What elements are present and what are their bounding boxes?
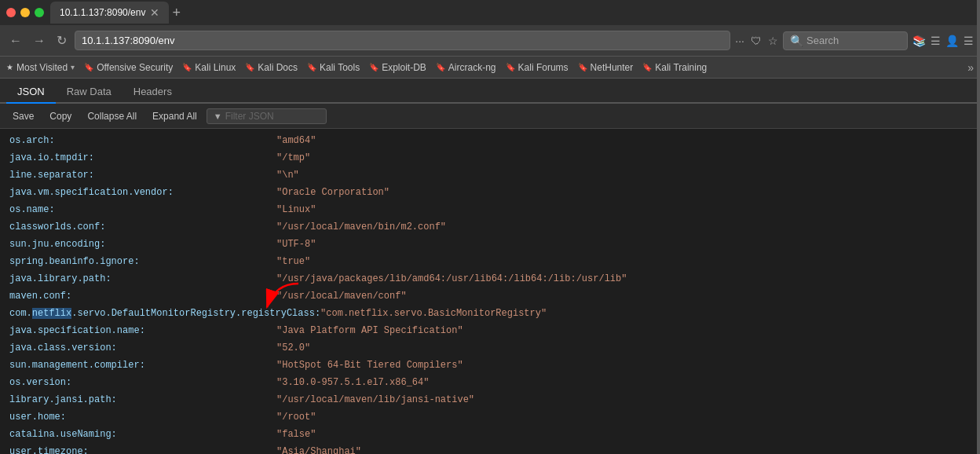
json-value: "/root" — [276, 410, 316, 424]
shield-icon[interactable]: 🛡 — [751, 35, 762, 47]
json-value: "/usr/java/packages/lib/amd64:/usr/lib64… — [276, 272, 627, 286]
table-row: os.version:"3.10.0-957.5.1.el7.x86_64" — [0, 374, 980, 391]
table-row: classworlds.conf:"/usr/local/maven/bin/m… — [0, 218, 980, 236]
bookmark-nethunter[interactable]: 🔖 NetHunter — [578, 62, 634, 73]
json-key: com.netflix.servo.DefaultMonitorRegistry… — [9, 306, 320, 320]
save-button[interactable]: Save — [6, 109, 40, 123]
json-key: user.home: — [9, 410, 276, 424]
json-viewer-tabs: JSON Raw Data Headers — [0, 79, 980, 104]
url-bar[interactable] — [75, 31, 730, 50]
bookmark-icon-9: 🔖 — [578, 63, 587, 71]
bookmark-label: Kali Training — [655, 62, 707, 73]
json-value: "\n" — [276, 168, 299, 182]
forward-button[interactable]: → — [30, 32, 49, 49]
bookmark-label: Kali Tools — [320, 62, 360, 73]
table-row: library.jansi.path:"/usr/local/maven/lib… — [0, 391, 980, 408]
minimize-button[interactable] — [20, 8, 30, 17]
star-bookmark-icon: ★ — [6, 63, 13, 71]
json-toolbar: Save Copy Collapse All Expand All ▼ — [0, 104, 980, 129]
table-row: line.separator:"\n" — [0, 167, 980, 184]
copy-button[interactable]: Copy — [43, 109, 78, 123]
tab-bar: 10.1.1.137:8090/env ✕ + — [50, 2, 974, 24]
table-row: maven.conf:"/usr/local/maven/conf" — [0, 287, 980, 305]
json-key: sun.management.compiler: — [9, 358, 276, 372]
table-row: os.name:"Linux" — [0, 201, 980, 218]
tab-raw-data[interactable]: Raw Data — [56, 81, 122, 104]
json-key: line.separator: — [9, 168, 276, 182]
json-value: "false" — [276, 427, 316, 441]
search-box: 🔍 — [783, 31, 908, 50]
profile-icon[interactable]: 👤 — [945, 35, 959, 47]
json-key: java.class.version: — [9, 341, 276, 355]
hamburger-icon[interactable]: ☰ — [964, 35, 974, 47]
json-value: "Asia/Shanghai" — [276, 445, 361, 454]
bookmark-label: NetHunter — [591, 62, 634, 73]
window-controls — [6, 8, 44, 17]
bookmarks-bar: ★ Most Visited ▾ 🔖 Offensive Security 🔖 … — [0, 57, 980, 79]
json-key: catalina.useNaming: — [9, 427, 276, 441]
filter-box: ▼ — [207, 108, 327, 124]
bookmark-icon-8: 🔖 — [506, 63, 515, 71]
maximize-button[interactable] — [35, 8, 44, 17]
json-value: "/usr/local/maven/conf" — [276, 289, 407, 303]
collapse-all-button[interactable]: Collapse All — [81, 109, 143, 123]
tab-json[interactable]: JSON — [6, 81, 56, 104]
table-row: com.netflix.servo.DefaultMonitorRegistry… — [0, 305, 980, 322]
json-key: os.name: — [9, 203, 276, 217]
bookmark-most-visited[interactable]: ★ Most Visited ▾ — [6, 62, 75, 73]
json-key: java.io.tmpdir: — [9, 151, 276, 165]
title-bar: 10.1.1.137:8090/env ✕ + — [0, 0, 980, 25]
json-key: os.version: — [9, 375, 276, 390]
bookmark-icon-6: 🔖 — [369, 63, 378, 71]
close-button[interactable] — [6, 8, 16, 17]
bookmark-label: Offensive Security — [97, 62, 173, 73]
bookmark-icon-3: 🔖 — [182, 63, 192, 71]
json-key: java.library.path: — [9, 272, 276, 286]
tab-label: 10.1.1.137:8090/env — [60, 7, 145, 18]
search-icon: 🔍 — [790, 35, 803, 47]
search-input[interactable] — [806, 35, 901, 46]
refresh-button[interactable]: ↻ — [53, 31, 70, 49]
sidebar-icon[interactable]: ☰ — [931, 35, 941, 47]
chevron-down-icon: ▾ — [71, 63, 75, 71]
json-value: "Java Platform API Specification" — [276, 324, 463, 338]
tab-headers[interactable]: Headers — [122, 81, 183, 104]
active-tab[interactable]: 10.1.1.137:8090/env ✕ — [50, 2, 169, 24]
json-value: "/usr/local/maven/lib/jansi-native" — [276, 393, 474, 407]
bookmark-kali-docs[interactable]: 🔖 Kali Docs — [245, 62, 298, 73]
table-row: java.io.tmpdir:"/tmp" — [0, 149, 980, 167]
resize-handle[interactable] — [977, 0, 980, 454]
library-icon[interactable]: 📚 — [912, 35, 926, 47]
bookmark-kali-training[interactable]: 🔖 Kali Training — [642, 62, 707, 73]
json-key: classworlds.conf: — [9, 220, 276, 234]
filter-input-field[interactable] — [225, 111, 320, 122]
back-button[interactable]: ← — [6, 32, 25, 49]
bookmark-exploit-db[interactable]: 🔖 Exploit-DB — [369, 62, 426, 73]
bookmark-label: Kali Docs — [258, 62, 298, 73]
bookmark-icon-10: 🔖 — [642, 63, 652, 71]
bookmark-label: Aircrack-ng — [448, 62, 496, 73]
bookmarks-overflow-icon[interactable]: » — [967, 61, 974, 74]
bookmark-kali-tools[interactable]: 🔖 Kali Tools — [307, 62, 360, 73]
json-value: "Linux" — [276, 203, 316, 217]
bookmark-icon-5: 🔖 — [307, 63, 316, 71]
tab-close-icon[interactable]: ✕ — [150, 7, 159, 18]
more-options-icon[interactable]: ··· — [735, 35, 744, 47]
bookmark-kali-forums[interactable]: 🔖 Kali Forums — [506, 62, 569, 73]
table-row: java.class.version:"52.0" — [0, 339, 980, 357]
bookmark-aircrack-ng[interactable]: 🔖 Aircrack-ng — [436, 62, 496, 73]
bookmark-icon-7: 🔖 — [436, 63, 445, 71]
table-row: java.vm.specification.vendor:"Oracle Cor… — [0, 184, 980, 201]
nav-icons: ··· 🛡 ☆ — [735, 35, 778, 47]
json-value: "/tmp" — [276, 151, 310, 165]
expand-all-button[interactable]: Expand All — [146, 109, 203, 123]
star-icon[interactable]: ☆ — [768, 35, 778, 47]
json-content[interactable]: os.arch:"amd64"java.io.tmpdir:"/tmp"line… — [0, 129, 980, 454]
table-row: sun.jnu.encoding:"UTF-8" — [0, 236, 980, 253]
new-tab-button[interactable]: + — [169, 5, 184, 21]
bookmark-kali-linux[interactable]: 🔖 Kali Linux — [182, 62, 236, 73]
bookmark-offensive-security[interactable]: 🔖 Offensive Security — [84, 62, 173, 73]
table-row: java.library.path:"/usr/java/packages/li… — [0, 270, 980, 287]
json-key: os.arch: — [9, 134, 276, 148]
json-value: "3.10.0-957.5.1.el7.x86_64" — [276, 375, 429, 390]
